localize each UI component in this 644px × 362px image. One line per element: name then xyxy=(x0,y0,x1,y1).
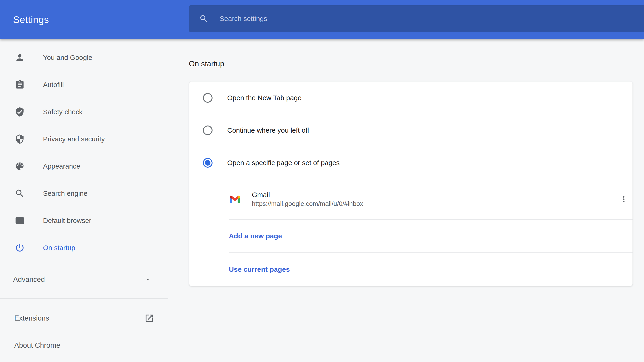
radio-button[interactable] xyxy=(203,125,212,135)
option-label: Open a specific page or set of pages xyxy=(227,159,340,167)
sidebar-item-search-engine[interactable]: Search engine xyxy=(0,180,168,207)
startup-page-url: https://mail.google.com/mail/u/0/#inbox xyxy=(252,200,363,208)
shield-half-icon xyxy=(15,134,25,144)
open-in-new-icon xyxy=(144,313,154,323)
sidebar-nav-list: You and Google Autofill Safety check Pri… xyxy=(0,39,168,261)
search-icon xyxy=(15,188,25,199)
startup-page-title: Gmail xyxy=(252,190,363,200)
option-label: Open the New Tab page xyxy=(227,94,302,102)
use-current-pages-button[interactable]: Use current pages xyxy=(189,253,632,286)
startup-page-texts: Gmail https://mail.google.com/mail/u/0/#… xyxy=(252,190,363,208)
search-icon xyxy=(199,14,208,23)
add-new-page-button[interactable]: Add a new page xyxy=(189,220,632,252)
sidebar-item-privacy-and-security[interactable]: Privacy and security xyxy=(0,125,168,153)
palette-icon xyxy=(15,161,25,171)
sidebar-item-label: Privacy and security xyxy=(43,135,105,143)
sidebar-item-label: Appearance xyxy=(43,162,80,170)
startup-page-row: Gmail https://mail.google.com/mail/u/0/#… xyxy=(189,179,632,220)
sidebar-item-label: You and Google xyxy=(43,54,92,62)
option-open-new-tab[interactable]: Open the New Tab page xyxy=(189,82,632,114)
power-icon xyxy=(15,243,25,253)
kebab-menu-icon xyxy=(619,195,628,204)
chrome-settings-page: Settings You and Google Auto xyxy=(0,0,644,362)
option-continue-where-left-off[interactable]: Continue where you left off xyxy=(189,114,632,146)
add-new-page-label: Add a new page xyxy=(229,232,282,240)
sidebar-item-label: Safety check xyxy=(43,108,82,116)
extensions-label: Extensions xyxy=(14,314,49,322)
radio-button[interactable] xyxy=(203,93,212,103)
sidebar-divider xyxy=(0,298,168,299)
radio-button-selected[interactable] xyxy=(203,158,212,168)
page-more-actions-button[interactable] xyxy=(616,191,632,208)
sidebar-item-autofill[interactable]: Autofill xyxy=(0,71,168,98)
settings-search-bar[interactable] xyxy=(189,5,644,32)
browser-window-icon xyxy=(15,216,25,226)
page-title: Settings xyxy=(13,14,49,25)
sidebar-item-label: Default browser xyxy=(43,217,91,225)
on-startup-card: Open the New Tab page Continue where you… xyxy=(189,82,632,286)
settings-sidebar: You and Google Autofill Safety check Pri… xyxy=(0,39,168,362)
search-input[interactable] xyxy=(220,15,565,23)
person-icon xyxy=(15,53,25,63)
sidebar-item-safety-check[interactable]: Safety check xyxy=(0,98,168,125)
sidebar-item-about-chrome[interactable]: About Chrome xyxy=(0,332,168,359)
use-current-pages-label: Use current pages xyxy=(229,266,290,273)
gmail-logo-icon xyxy=(230,196,240,203)
sidebar-item-extensions[interactable]: Extensions xyxy=(0,305,168,332)
sidebar-item-you-and-google[interactable]: You and Google xyxy=(0,44,168,71)
sidebar-item-appearance[interactable]: Appearance xyxy=(0,153,168,180)
about-chrome-label: About Chrome xyxy=(14,341,60,349)
option-label: Continue where you left off xyxy=(227,126,309,134)
shield-check-icon xyxy=(15,107,25,117)
sidebar-item-default-browser[interactable]: Default browser xyxy=(0,207,168,234)
sidebar-item-label: Search engine xyxy=(43,190,88,197)
sidebar-item-label: Autofill xyxy=(43,81,64,89)
sidebar-item-advanced[interactable]: Advanced xyxy=(0,266,168,293)
chevron-down-icon xyxy=(144,276,151,283)
header-toolbar: Settings xyxy=(0,0,644,39)
clipboard-icon xyxy=(15,80,25,90)
sidebar-item-label: On startup xyxy=(43,244,75,252)
section-title: On startup xyxy=(189,59,224,68)
sidebar-item-on-startup[interactable]: On startup xyxy=(0,234,168,261)
option-open-specific-pages[interactable]: Open a specific page or set of pages xyxy=(189,146,632,179)
advanced-label: Advanced xyxy=(13,275,45,284)
